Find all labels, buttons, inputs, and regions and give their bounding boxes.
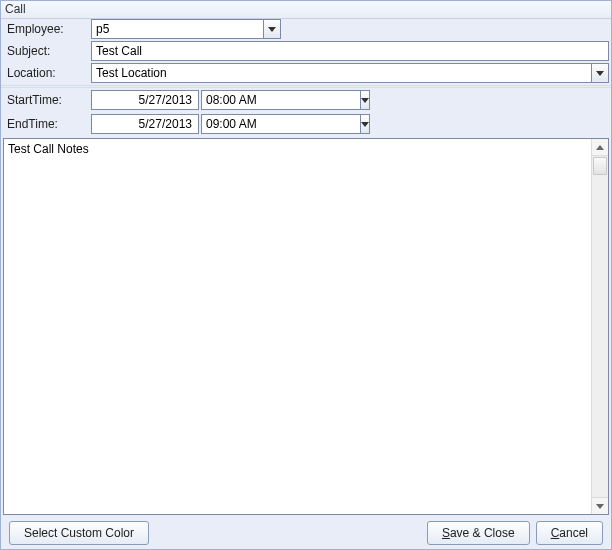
location-label: Location: — [1, 63, 91, 85]
location-combo[interactable] — [91, 63, 609, 83]
start-time-combo[interactable] — [201, 90, 311, 110]
employee-label: Employee: — [1, 19, 91, 41]
end-time-combo[interactable] — [201, 114, 311, 134]
notes-scrollbar[interactable] — [591, 139, 608, 514]
select-custom-color-button[interactable]: Select Custom Color — [9, 521, 149, 545]
save-and-close-button[interactable]: Save & Close — [427, 521, 530, 545]
starttime-label: StartTime: — [1, 93, 91, 107]
chevron-down-icon — [596, 71, 604, 76]
subject-label: Subject: — [1, 41, 91, 63]
save-close-accel: S — [442, 526, 450, 540]
start-date-input[interactable] — [91, 90, 199, 110]
scroll-up-button[interactable] — [592, 139, 608, 156]
chevron-up-icon — [596, 145, 604, 150]
chevron-down-icon — [268, 27, 276, 32]
end-time-dropdown-button[interactable] — [360, 114, 370, 134]
chevron-down-icon — [596, 504, 604, 509]
end-time-input[interactable] — [201, 114, 360, 134]
location-input[interactable] — [91, 63, 591, 83]
notes-textarea[interactable] — [4, 139, 591, 514]
scroll-thumb[interactable] — [593, 157, 607, 175]
cancel-button[interactable]: Cancel — [536, 521, 603, 545]
endtime-label: EndTime: — [1, 117, 91, 131]
cancel-accel: C — [551, 526, 560, 540]
save-close-post: ave & Close — [450, 526, 515, 540]
header-form: Employee: Subject: Location: — [1, 19, 611, 85]
location-dropdown-button[interactable] — [591, 63, 609, 83]
employee-combo[interactable] — [91, 19, 281, 39]
start-time-dropdown-button[interactable] — [360, 90, 370, 110]
chevron-down-icon — [361, 98, 369, 103]
cancel-post: ancel — [559, 526, 588, 540]
employee-dropdown-button[interactable] — [263, 19, 281, 39]
button-bar: Select Custom Color Save & Close Cancel — [1, 517, 611, 549]
chevron-down-icon — [361, 122, 369, 127]
start-time-input[interactable] — [201, 90, 360, 110]
datetime-form: StartTime: EndTime: — [1, 88, 611, 136]
employee-input[interactable] — [91, 19, 263, 39]
end-date-input[interactable] — [91, 114, 199, 134]
call-dialog: Call Employee: Subject: Location: — [0, 0, 612, 550]
scroll-down-button[interactable] — [592, 497, 608, 514]
window-title: Call — [1, 1, 611, 19]
subject-input[interactable] — [91, 41, 609, 61]
notes-area — [3, 138, 609, 515]
